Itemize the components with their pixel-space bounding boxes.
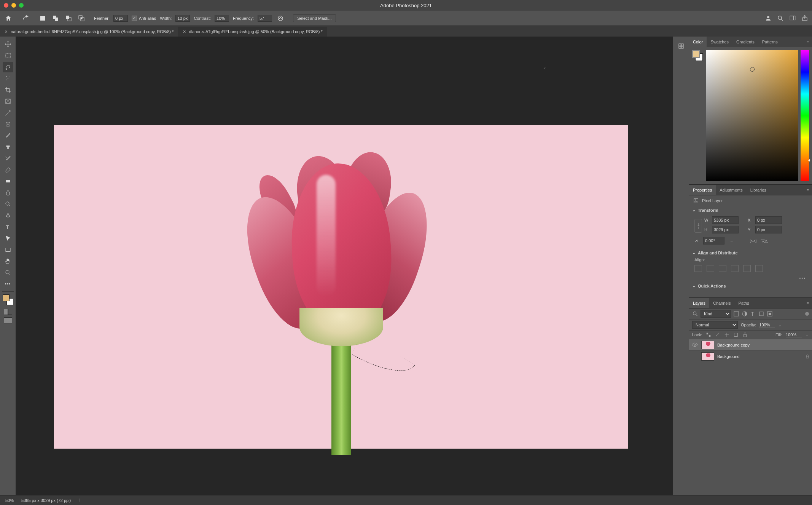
color-field[interactable] <box>706 50 798 181</box>
blend-mode-select[interactable]: Normal <box>692 321 738 329</box>
foreground-background-colors[interactable] <box>3 294 13 305</box>
collapsed-panel-icon[interactable] <box>676 41 686 51</box>
clone-stamp-tool[interactable] <box>3 142 13 152</box>
quick-mask-toggle[interactable] <box>4 309 12 315</box>
lock-all-icon[interactable] <box>742 332 748 337</box>
tab-patterns[interactable]: Patterns <box>758 37 782 47</box>
filter-shape-icon[interactable] <box>758 311 764 317</box>
angle-dropdown-icon[interactable]: ⌄ <box>730 238 733 243</box>
align-top-icon[interactable] <box>731 265 739 272</box>
panel-menu-icon[interactable]: ≡ <box>804 301 812 305</box>
fill-input[interactable] <box>786 332 802 337</box>
document-tab-2[interactable]: × dlanor-s-ATgfRqpFfFI-unsplash.jpg @ 50… <box>178 27 327 37</box>
filter-kind-select[interactable]: Kind <box>701 310 731 318</box>
close-tab-icon[interactable]: × <box>5 29 8 35</box>
tab-color[interactable]: Color <box>689 37 707 47</box>
pen-tool[interactable] <box>3 210 13 221</box>
tab-adjustments[interactable]: Adjustments <box>716 185 747 195</box>
tab-gradients[interactable]: Gradients <box>732 37 758 47</box>
fill-dropdown-icon[interactable]: ⌄ <box>806 332 809 337</box>
zoom-level[interactable]: 50% <box>5 498 14 503</box>
cloud-docs-icon[interactable] <box>765 15 772 22</box>
document-canvas[interactable] <box>54 125 628 449</box>
fg-color-swatch[interactable] <box>692 50 700 58</box>
subtract-selection-icon[interactable] <box>64 14 73 23</box>
layer-thumbnail[interactable] <box>701 341 714 349</box>
eraser-tool[interactable] <box>3 165 13 175</box>
filter-smart-icon[interactable] <box>767 311 773 317</box>
collapse-panels-icon[interactable]: « <box>543 66 546 70</box>
healing-brush-tool[interactable] <box>3 119 13 129</box>
height-field[interactable] <box>712 226 739 233</box>
blur-tool[interactable] <box>3 187 13 198</box>
close-tab-icon[interactable]: × <box>183 29 186 35</box>
align-vcenter-icon[interactable] <box>743 265 751 272</box>
search-icon[interactable] <box>777 15 784 22</box>
antialias-checkbox[interactable]: ✓ Anti-alias <box>132 16 156 21</box>
status-menu-icon[interactable]: 〉 <box>78 497 83 503</box>
layer-item[interactable]: Background <box>689 351 812 362</box>
share-icon[interactable] <box>801 15 808 22</box>
link-dimensions-icon[interactable] <box>694 219 702 233</box>
filter-search-icon[interactable] <box>692 311 698 317</box>
lock-artboard-icon[interactable] <box>733 332 739 337</box>
hue-slider[interactable] <box>801 50 809 181</box>
angle-field[interactable] <box>703 237 724 245</box>
x-field[interactable] <box>755 216 782 224</box>
transform-section-toggle[interactable]: ⌄Transform <box>689 206 812 214</box>
new-selection-icon[interactable] <box>38 14 47 23</box>
visibility-toggle-icon[interactable] <box>691 342 698 348</box>
crop-tool[interactable] <box>3 85 13 95</box>
screen-mode-toggle[interactable] <box>4 317 12 323</box>
quick-actions-toggle[interactable]: ⌄Quick Actions <box>689 282 812 290</box>
rectangle-tool[interactable] <box>3 245 13 255</box>
intersect-selection-icon[interactable] <box>77 14 86 23</box>
canvas-area[interactable]: « <box>16 37 673 495</box>
opacity-input[interactable] <box>759 323 775 328</box>
tab-swatches[interactable]: Swatches <box>707 37 732 47</box>
panel-menu-icon[interactable]: ≡ <box>804 40 812 44</box>
active-tool-icon[interactable] <box>21 14 30 23</box>
lock-pixels-icon[interactable] <box>715 332 720 337</box>
select-and-mask-button[interactable]: Select and Mask... <box>293 14 336 22</box>
align-bottom-icon[interactable] <box>755 265 763 272</box>
tab-libraries[interactable]: Libraries <box>747 185 770 195</box>
doc-info[interactable]: 5385 px x 3029 px (72 ppi) <box>21 498 71 503</box>
document-tab-1[interactable]: × natural-goods-berlin-L6NP4ZGnpSY-unspl… <box>0 27 178 37</box>
feather-input[interactable] <box>113 15 128 22</box>
minimize-window-button[interactable] <box>11 3 16 8</box>
brush-tool[interactable] <box>3 130 13 141</box>
width-input[interactable] <box>175 15 190 22</box>
home-button[interactable] <box>4 14 13 23</box>
magic-wand-tool[interactable] <box>3 73 13 84</box>
marquee-tool[interactable] <box>3 50 13 61</box>
contrast-input[interactable] <box>215 15 229 22</box>
color-fgbg-swatches[interactable] <box>692 50 703 61</box>
align-right-icon[interactable] <box>719 265 726 272</box>
frame-tool[interactable] <box>3 96 13 107</box>
hand-tool[interactable] <box>3 256 13 267</box>
panel-menu-icon[interactable]: ≡ <box>804 188 812 192</box>
more-options-icon[interactable]: ••• <box>689 274 812 282</box>
layer-thumbnail[interactable] <box>701 352 714 361</box>
dodge-tool[interactable] <box>3 199 13 209</box>
gradient-tool[interactable] <box>3 176 13 187</box>
tab-properties[interactable]: Properties <box>689 185 716 195</box>
lock-position-icon[interactable] <box>724 332 729 337</box>
y-field[interactable] <box>755 226 782 233</box>
align-hcenter-icon[interactable] <box>707 265 714 272</box>
foreground-color-swatch[interactable] <box>3 294 10 301</box>
filter-adjust-icon[interactable] <box>742 311 748 317</box>
tab-channels[interactable]: Channels <box>709 298 734 308</box>
tab-paths[interactable]: Paths <box>735 298 753 308</box>
flip-horizontal-icon[interactable]: ▷◁ <box>750 238 756 243</box>
eyedropper-tool[interactable] <box>3 107 13 118</box>
opacity-dropdown-icon[interactable]: ⌄ <box>778 323 782 328</box>
history-brush-tool[interactable] <box>3 153 13 164</box>
frequency-input[interactable] <box>258 15 272 22</box>
flip-vertical-icon[interactable]: ▽△ <box>761 238 767 243</box>
align-section-toggle[interactable]: ⌄Align and Distribute <box>689 249 812 257</box>
path-selection-tool[interactable] <box>3 233 13 244</box>
filter-type-icon[interactable]: T <box>750 311 756 317</box>
filter-pixel-icon[interactable] <box>733 311 739 317</box>
